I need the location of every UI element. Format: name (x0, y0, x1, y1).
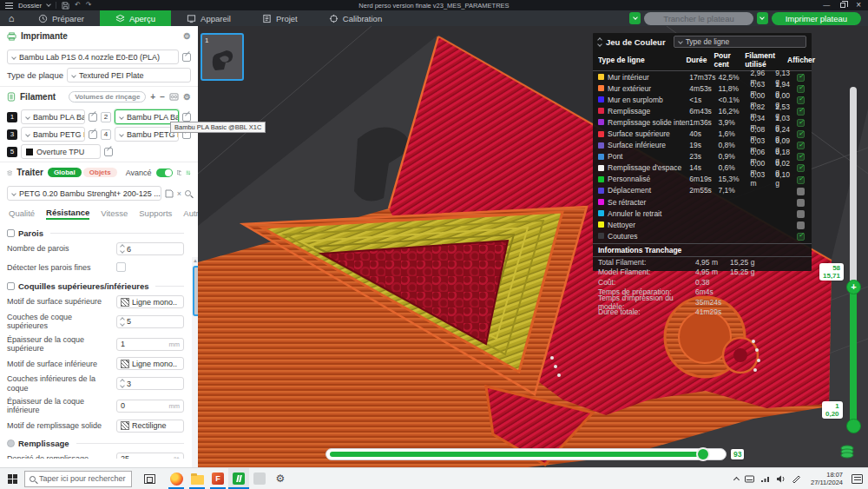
filament-2-select[interactable]: Bambu PLA Basic (115, 109, 179, 124)
printer-select[interactable]: Bambu Lab P1S 0.4 nozzle E0-E0 (PLA) (7, 50, 179, 64)
visibility-checkbox[interactable] (797, 85, 805, 93)
filament-4-select[interactable]: Bambu PETG HF (115, 127, 179, 142)
compare-presets-icon[interactable] (177, 169, 182, 177)
minimize-button[interactable]: — (823, 2, 830, 9)
plate-thumbnail[interactable]: 1 (201, 33, 244, 81)
process-global-toggle[interactable]: Global (48, 168, 82, 177)
filament-1-edit-icon[interactable] (89, 113, 97, 122)
process-objects-toggle[interactable]: Objets (83, 168, 117, 177)
undo-icon[interactable]: ↶ (75, 2, 81, 9)
flush-volumes-button[interactable]: Volumes de rinçage (69, 91, 146, 102)
visibility-checkbox[interactable] (797, 153, 805, 161)
keyboard-tray-icon[interactable] (745, 475, 754, 483)
tab-appareil[interactable]: Appareil (171, 10, 247, 26)
tab-vitesse[interactable]: Vitesse (101, 208, 128, 218)
taskbar-app-red[interactable]: F (207, 468, 228, 489)
top-shell-layers-stepper[interactable]: 5 (116, 315, 184, 328)
tab-qualite[interactable]: Qualité (9, 208, 35, 218)
visibility-checkbox[interactable] (797, 130, 805, 138)
visibility-checkbox[interactable] (797, 233, 805, 241)
plate-type-select[interactable]: Textured PEI Plate (67, 68, 191, 83)
notification-center-icon[interactable] (852, 474, 863, 484)
visibility-checkbox[interactable] (797, 199, 805, 207)
file-menu[interactable]: Dossier (18, 2, 42, 10)
taskbar-settings[interactable]: ⚙ (270, 468, 291, 489)
solid-infill-pattern-select[interactable]: Rectiligne (116, 420, 184, 433)
tab-projet[interactable]: Projet (247, 10, 313, 26)
visibility-checkbox[interactable] (797, 108, 805, 116)
tab-supports[interactable]: Supports (139, 208, 172, 218)
tab-preparer[interactable]: Préparer (23, 10, 100, 26)
visibility-checkbox[interactable] (797, 188, 805, 195)
filament-2-edit-icon[interactable] (182, 113, 191, 122)
taskbar-search-input[interactable]: Taper ici pour rechercher (24, 471, 132, 487)
restore-button[interactable] (840, 3, 845, 8)
remove-filament-icon[interactable]: − (160, 93, 165, 102)
printer-settings-gear-icon[interactable]: ⚙ (183, 32, 191, 41)
add-filament-icon[interactable]: + (150, 93, 155, 102)
top-surface-pattern-select[interactable]: Ligne mono.. (116, 295, 184, 308)
top-shell-thickness-input[interactable]: 1mm (116, 338, 184, 351)
view-mode-select[interactable]: Type de ligne (674, 36, 806, 48)
move-slider-track[interactable] (326, 448, 727, 460)
slice-plate-button[interactable]: Trancher le plateau (644, 12, 753, 25)
layers-stack-icon[interactable] (838, 444, 856, 459)
visibility-checkbox[interactable] (797, 221, 805, 229)
move-slider-handle[interactable] (696, 447, 710, 461)
tab-calibration[interactable]: Calibration (313, 10, 398, 26)
close-button[interactable]: × (856, 1, 861, 10)
pen-tray-icon[interactable] (792, 475, 801, 483)
tray-expand-icon[interactable] (733, 476, 740, 482)
view-all-settings-icon[interactable] (186, 169, 191, 177)
visibility-checkbox[interactable] (797, 210, 805, 218)
hamburger-icon[interactable] (5, 3, 13, 9)
print-plate-button[interactable]: Imprimer plateau (772, 12, 861, 25)
taskbar-app-gray[interactable] (249, 468, 270, 489)
slice-dropdown-button[interactable] (629, 12, 641, 24)
taskbar-app-firefox[interactable] (166, 468, 187, 489)
visibility-checkbox[interactable] (797, 142, 805, 149)
thin-walls-checkbox[interactable] (116, 262, 126, 272)
bottom-shell-layers-stepper[interactable]: 3 (116, 377, 184, 390)
print-dropdown-button[interactable] (757, 12, 768, 24)
taskbar-app-bambu-studio[interactable] (228, 468, 249, 489)
layer-slider-range[interactable] (850, 287, 857, 426)
printer-edit-icon[interactable] (182, 53, 191, 62)
visibility-checkbox[interactable] (797, 96, 805, 104)
infill-density-input[interactable]: 25% (116, 453, 184, 459)
task-view-icon[interactable] (144, 474, 155, 484)
save-icon[interactable] (62, 2, 69, 10)
start-button[interactable] (0, 474, 24, 484)
settings-scrollbar[interactable]: ▲ ▼ (192, 257, 198, 467)
visibility-checkbox[interactable] (797, 74, 805, 82)
taskbar-clock[interactable]: 18:07 27/11/2024 (807, 471, 843, 487)
visibility-checkbox[interactable] (797, 119, 805, 127)
filament-3-edit-icon[interactable] (89, 130, 97, 139)
filament-settings-gear-icon[interactable]: ⚙ (183, 93, 191, 102)
network-tray-icon[interactable] (760, 475, 770, 483)
filament-3-select[interactable]: Bambu PETG HF (21, 127, 85, 142)
process-preset-select[interactable]: PETG 0.20 Bambu Strenght+ 200-125 ... (7, 186, 161, 201)
filament-1-select[interactable]: Bambu PLA Basic (21, 109, 85, 124)
collapse-icon[interactable] (598, 38, 602, 46)
redo-icon[interactable]: ↷ (86, 2, 92, 9)
layer-slider-top-handle[interactable]: + (846, 280, 861, 294)
advanced-toggle[interactable] (156, 169, 173, 177)
filament-5-select[interactable]: Overture TPU (21, 144, 101, 159)
search-settings-icon[interactable] (185, 190, 191, 196)
tab-autre[interactable]: Autre (183, 208, 198, 218)
visibility-checkbox[interactable] (797, 164, 805, 172)
volume-tray-icon[interactable] (776, 475, 786, 483)
ams-icon[interactable] (169, 93, 179, 101)
filament-5-edit-icon[interactable] (104, 148, 113, 156)
layer-slider-bottom-handle[interactable] (846, 419, 861, 433)
bottom-shell-thickness-input[interactable]: 0mm (116, 400, 184, 413)
home-tab[interactable]: ⌂ (0, 13, 23, 23)
tab-apercu[interactable]: Aperçu (100, 10, 171, 26)
taskbar-app-explorer[interactable] (187, 468, 207, 489)
bottom-surface-pattern-select[interactable]: Ligne mono.. (116, 357, 184, 370)
tab-resistance[interactable]: Résistance (46, 208, 89, 220)
save-preset-icon[interactable] (165, 189, 174, 198)
delete-preset-icon[interactable]: × (177, 189, 181, 198)
visibility-checkbox[interactable] (797, 176, 805, 184)
